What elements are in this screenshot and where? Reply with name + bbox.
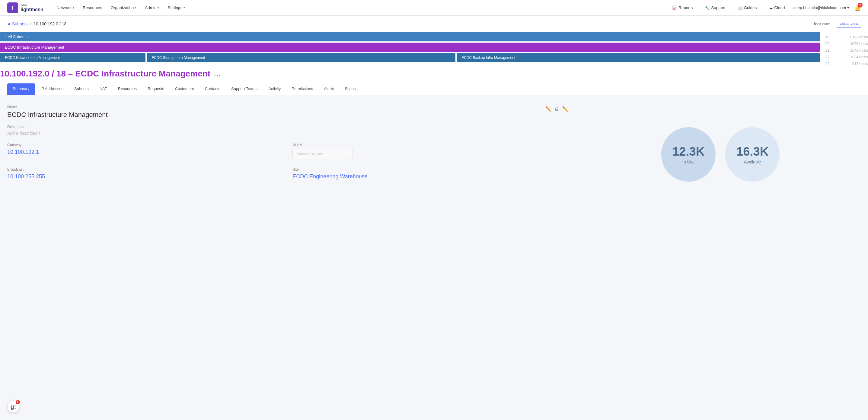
in-use-circle: 12.3K In Use xyxy=(661,127,716,181)
title-more-options[interactable]: ... xyxy=(214,71,221,77)
breadcrumb-bar: ◂ Subnets / 10.100.192.0 / 18 tree view … xyxy=(0,16,868,32)
sidebar-prefix-21: /21 2048 hosts xyxy=(825,48,868,53)
cloud-icon: ☁ xyxy=(769,5,773,10)
description-placeholder[interactable]: Add a description xyxy=(7,131,568,136)
nav-organization[interactable]: Organization ▾ xyxy=(107,4,140,12)
logo-tidal: tidal xyxy=(21,3,43,7)
nav-guides[interactable]: 📖 Guides xyxy=(734,4,761,12)
content-right: 12.3K In Use 16.3K Available xyxy=(580,105,861,206)
nav-cloud[interactable]: ☁ Cloud xyxy=(765,4,788,12)
tab-activity[interactable]: Activity xyxy=(263,83,286,95)
tab-subnets[interactable]: Subnets xyxy=(69,83,94,95)
nav-admin[interactable]: Admin ▾ xyxy=(141,4,163,12)
guides-icon: 📖 xyxy=(738,5,743,10)
nav-items: Network ▾ Resources Organization ▾ Admin… xyxy=(53,4,666,12)
vlan-select[interactable]: Select a VLAN xyxy=(292,149,353,159)
fields-grid: Gateway 10.100.192.1 VLAN Select a VLAN … xyxy=(7,143,568,187)
breadcrumb-current: 10.100.192.0 / 18 xyxy=(33,22,66,26)
subnet-child-2[interactable]: ECDC Storage Inra Management xyxy=(147,53,456,62)
viz-sidebar: /19 8192 hosts /20 4096 hosts /21 2048 h… xyxy=(820,32,868,69)
broadcast-field: Broadcast 10.100.255.255 xyxy=(7,167,283,187)
viz-container: ↑ All Subnets ECDC Infrastructure Manage… xyxy=(0,32,868,69)
notification-bell[interactable]: 🔔 2 xyxy=(854,4,861,11)
sidebar-prefix-22: /22 1024 hosts xyxy=(825,54,868,60)
breadcrumb-subnets[interactable]: Subnets xyxy=(12,22,28,26)
tab-summary[interactable]: Summary xyxy=(7,83,35,95)
nav-settings[interactable]: Settings ▾ xyxy=(164,4,189,12)
tab-alerts[interactable]: Alerts xyxy=(318,83,339,95)
tab-customers[interactable]: Customers xyxy=(169,83,199,95)
broadcast-value[interactable]: 10.100.255.255 xyxy=(7,173,283,180)
available-stat: 16.3K Available xyxy=(725,127,780,184)
in-use-label: In Use xyxy=(682,160,694,164)
nav-reports[interactable]: 📊 Reports xyxy=(669,4,696,12)
chevron-down-icon: ▾ xyxy=(184,6,185,9)
gateway-value[interactable]: 10.100.192.1 xyxy=(7,149,283,155)
ecdc-infra-bar[interactable]: ECDC Infrastructure Management xyxy=(0,43,820,52)
tab-permissions[interactable]: Permissions xyxy=(286,83,318,95)
edit-name-icon[interactable]: ✏️ xyxy=(546,106,551,112)
content-left: Name ECDC Infrastructure Management ✏️ 🖨… xyxy=(7,105,568,206)
tab-ip-addresses[interactable]: IP Addresses xyxy=(35,83,69,95)
vlan-label: VLAN xyxy=(292,143,568,147)
page-title: 10.100.192.0 / 18 – ECDC Infrastructure … xyxy=(0,69,868,79)
all-subnets-bar[interactable]: ↑ All Subnets xyxy=(0,32,820,41)
vlan-field: VLAN Select a VLAN xyxy=(292,143,568,163)
tab-contacts[interactable]: Contacts xyxy=(199,83,226,95)
gateway-field: Gateway 10.100.192.1 xyxy=(7,143,283,163)
ecdc-infra-label: ECDC Infrastructure Management xyxy=(5,45,64,50)
subnet-child-1[interactable]: ECDC Network Infra Management xyxy=(0,53,146,62)
description-label: Description xyxy=(7,125,568,129)
site-label: Site xyxy=(292,167,568,172)
main-content: Name ECDC Infrastructure Management ✏️ 🖨… xyxy=(0,95,868,216)
sidebar-prefix-19: /19 8192 hosts xyxy=(825,34,868,40)
tab-nat[interactable]: NAT xyxy=(94,83,113,95)
site-field: Site ECDC Engineering Warehouse xyxy=(292,167,568,187)
nav-network[interactable]: Network ▾ xyxy=(53,4,78,12)
name-field: Name ECDC Infrastructure Management xyxy=(7,105,108,125)
name-label: Name xyxy=(7,105,108,109)
svg-text:T: T xyxy=(11,5,14,11)
name-field-row: Name ECDC Infrastructure Management ✏️ 🖨… xyxy=(7,105,568,125)
subnet-children-row: ECDC Network Infra Management ECDC Stora… xyxy=(0,53,820,62)
gateway-label: Gateway xyxy=(7,143,283,147)
nav-right: 📊 Reports 🔧 Support 📖 Guides ☁ Cloud dee… xyxy=(669,4,861,12)
chevron-down-icon: ▾ xyxy=(847,5,849,10)
subnet-child-3[interactable]: ECDC Backup Infra Management xyxy=(457,53,820,62)
chevron-down-icon: ▾ xyxy=(158,6,159,9)
tree-view-toggle[interactable]: tree view xyxy=(812,20,832,28)
tab-support-teams[interactable]: Support Teams xyxy=(226,83,263,95)
notification-badge: 2 xyxy=(858,3,863,7)
logo-icon: T xyxy=(7,2,18,13)
viz-main: ↑ All Subnets ECDC Infrastructure Manage… xyxy=(0,32,820,63)
print-icon[interactable]: 🖨 xyxy=(554,106,559,112)
breadcrumb-separator: / xyxy=(30,22,31,26)
tab-resources[interactable]: Resources xyxy=(113,83,142,95)
support-icon: 🔧 xyxy=(705,5,710,10)
page-title-section: 10.100.192.0 / 18 – ECDC Infrastructure … xyxy=(0,69,868,79)
breadcrumb: ◂ Subnets / 10.100.192.0 / 18 xyxy=(7,21,66,27)
tab-requests[interactable]: Requests xyxy=(142,83,169,95)
tabs-bar: Summary IP Addresses Subnets NAT Resourc… xyxy=(0,79,868,95)
nav-resources[interactable]: Resources xyxy=(79,4,106,12)
bar-chart-icon: 📊 xyxy=(672,5,677,10)
sidebar-prefix-23: /23 512 hosts xyxy=(825,61,868,66)
view-toggles: tree view visual view xyxy=(812,20,861,28)
sidebar-prefix-20: /20 4096 hosts xyxy=(825,41,868,47)
chevron-down-icon: ▾ xyxy=(73,6,74,9)
available-circle: 16.3K Available xyxy=(725,127,780,181)
visual-view-toggle[interactable]: visual view xyxy=(837,20,861,28)
back-arrow[interactable]: ◂ xyxy=(7,21,10,27)
chevron-down-icon: ▾ xyxy=(135,6,136,9)
nav-support[interactable]: 🔧 Support xyxy=(701,4,729,12)
tab-scans[interactable]: Scans xyxy=(339,83,361,95)
top-navigation: T tidal lightmesh Network ▾ Resources Or… xyxy=(0,0,868,16)
user-menu[interactable]: deep.bhalotia@tidalcloud.com ▾ xyxy=(794,5,849,10)
name-value: ECDC Infrastructure Management xyxy=(7,111,108,119)
edit-icon[interactable]: ✏️ xyxy=(562,106,568,112)
logo[interactable]: T tidal lightmesh xyxy=(7,2,43,13)
available-count: 16.3K xyxy=(736,145,769,158)
site-value[interactable]: ECDC Engineering Warehouse xyxy=(292,173,568,180)
top-right-icons: 🖨 ✏️ xyxy=(554,106,568,112)
available-label: Available xyxy=(744,160,761,164)
